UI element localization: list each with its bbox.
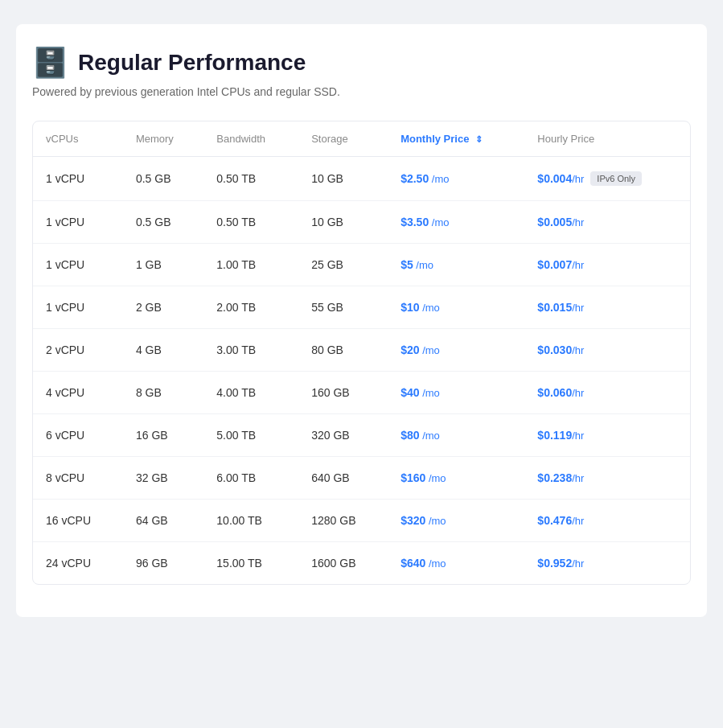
cell-storage: 10 GB (298, 157, 388, 201)
cell-monthly: $320 /mo (388, 500, 524, 542)
cell-bandwidth: 0.50 TB (203, 157, 298, 201)
cell-bandwidth: 15.00 TB (203, 542, 298, 585)
cell-vcpus: 1 vCPU (33, 244, 123, 286)
col-header-monthly[interactable]: Monthly Price ⇕ (388, 121, 524, 157)
table-row[interactable]: 2 vCPU 4 GB 3.00 TB 80 GB $20 /mo $0.030… (33, 329, 690, 372)
col-header-storage[interactable]: Storage (298, 121, 388, 157)
page-header: 🗄️ Regular Performance (32, 48, 691, 77)
cell-bandwidth: 5.00 TB (203, 414, 298, 457)
table-row[interactable]: 1 vCPU 1 GB 1.00 TB 25 GB $5 /mo $0.007/… (33, 244, 690, 286)
cell-bandwidth: 1.00 TB (203, 244, 298, 286)
table-row[interactable]: 8 vCPU 32 GB 6.00 TB 640 GB $160 /mo $0.… (33, 457, 690, 500)
cell-storage: 320 GB (298, 414, 388, 457)
cell-hourly: $0.005/hr (524, 201, 690, 244)
cell-hourly: $0.030/hr (524, 329, 690, 372)
cell-storage: 640 GB (298, 457, 388, 500)
cell-storage: 1600 GB (298, 542, 388, 585)
pricing-table: vCPUs Memory Bandwidth Storage Monthly P… (33, 121, 690, 584)
cell-monthly: $3.50 /mo (388, 201, 524, 244)
table-row[interactable]: 1 vCPU 2 GB 2.00 TB 55 GB $10 /mo $0.015… (33, 286, 690, 329)
cell-hourly: $0.476/hr (524, 500, 690, 542)
cell-memory: 8 GB (123, 372, 203, 414)
cell-hourly: $0.007/hr (524, 244, 690, 286)
table-row[interactable]: 24 vCPU 96 GB 15.00 TB 1600 GB $640 /mo … (33, 542, 690, 585)
cell-hourly: $0.238/hr (524, 457, 690, 500)
pricing-table-wrapper: vCPUs Memory Bandwidth Storage Monthly P… (32, 121, 691, 585)
cell-monthly: $40 /mo (388, 372, 524, 414)
cell-bandwidth: 3.00 TB (203, 329, 298, 372)
cell-storage: 10 GB (298, 201, 388, 244)
table-row[interactable]: 1 vCPU 0.5 GB 0.50 TB 10 GB $3.50 /mo $0… (33, 201, 690, 244)
cell-memory: 16 GB (123, 414, 203, 457)
cell-monthly: $160 /mo (388, 457, 524, 500)
cell-monthly: $10 /mo (388, 286, 524, 329)
col-header-hourly[interactable]: Hourly Price (524, 121, 690, 157)
cell-hourly: $0.119/hr (524, 414, 690, 457)
col-header-memory[interactable]: Memory (123, 121, 203, 157)
table-row[interactable]: 16 vCPU 64 GB 10.00 TB 1280 GB $320 /mo … (33, 500, 690, 542)
cell-memory: 0.5 GB (123, 201, 203, 244)
database-icon: 🗄️ (32, 48, 68, 77)
cell-memory: 0.5 GB (123, 157, 203, 201)
cell-hourly: $0.004/hr IPv6 Only (524, 157, 690, 201)
cell-vcpus: 4 vCPU (33, 372, 123, 414)
col-header-vcpus[interactable]: vCPUs (33, 121, 123, 157)
cell-storage: 1280 GB (298, 500, 388, 542)
cell-storage: 80 GB (298, 329, 388, 372)
cell-bandwidth: 2.00 TB (203, 286, 298, 329)
cell-bandwidth: 6.00 TB (203, 457, 298, 500)
cell-monthly: $20 /mo (388, 329, 524, 372)
cell-vcpus: 2 vCPU (33, 329, 123, 372)
cell-memory: 4 GB (123, 329, 203, 372)
cell-hourly: $0.060/hr (524, 372, 690, 414)
page-title: Regular Performance (78, 50, 306, 76)
cell-vcpus: 6 vCPU (33, 414, 123, 457)
cell-memory: 64 GB (123, 500, 203, 542)
cell-hourly: $0.015/hr (524, 286, 690, 329)
cell-storage: 55 GB (298, 286, 388, 329)
cell-memory: 96 GB (123, 542, 203, 585)
cell-hourly: $0.952/hr (524, 542, 690, 585)
cell-vcpus: 1 vCPU (33, 286, 123, 329)
cell-vcpus: 1 vCPU (33, 157, 123, 201)
cell-vcpus: 16 vCPU (33, 500, 123, 542)
table-row[interactable]: 6 vCPU 16 GB 5.00 TB 320 GB $80 /mo $0.1… (33, 414, 690, 457)
page-subtitle: Powered by previous generation Intel CPU… (32, 85, 691, 98)
cell-bandwidth: 4.00 TB (203, 372, 298, 414)
sort-icon: ⇕ (475, 134, 483, 145)
cell-memory: 1 GB (123, 244, 203, 286)
table-row[interactable]: 4 vCPU 8 GB 4.00 TB 160 GB $40 /mo $0.06… (33, 372, 690, 414)
cell-monthly: $5 /mo (388, 244, 524, 286)
cell-storage: 160 GB (298, 372, 388, 414)
cell-memory: 32 GB (123, 457, 203, 500)
cell-bandwidth: 0.50 TB (203, 201, 298, 244)
cell-memory: 2 GB (123, 286, 203, 329)
cell-vcpus: 1 vCPU (33, 201, 123, 244)
ipv6-badge: IPv6 Only (590, 171, 642, 186)
cell-vcpus: 8 vCPU (33, 457, 123, 500)
cell-monthly: $80 /mo (388, 414, 524, 457)
table-header-row: vCPUs Memory Bandwidth Storage Monthly P… (33, 121, 690, 157)
col-header-bandwidth[interactable]: Bandwidth (203, 121, 298, 157)
cell-storage: 25 GB (298, 244, 388, 286)
page-container: 🗄️ Regular Performance Powered by previo… (16, 24, 707, 617)
cell-monthly: $2.50 /mo (388, 157, 524, 201)
table-row[interactable]: 1 vCPU 0.5 GB 0.50 TB 10 GB $2.50 /mo $0… (33, 157, 690, 201)
cell-vcpus: 24 vCPU (33, 542, 123, 585)
cell-monthly: $640 /mo (388, 542, 524, 585)
cell-bandwidth: 10.00 TB (203, 500, 298, 542)
